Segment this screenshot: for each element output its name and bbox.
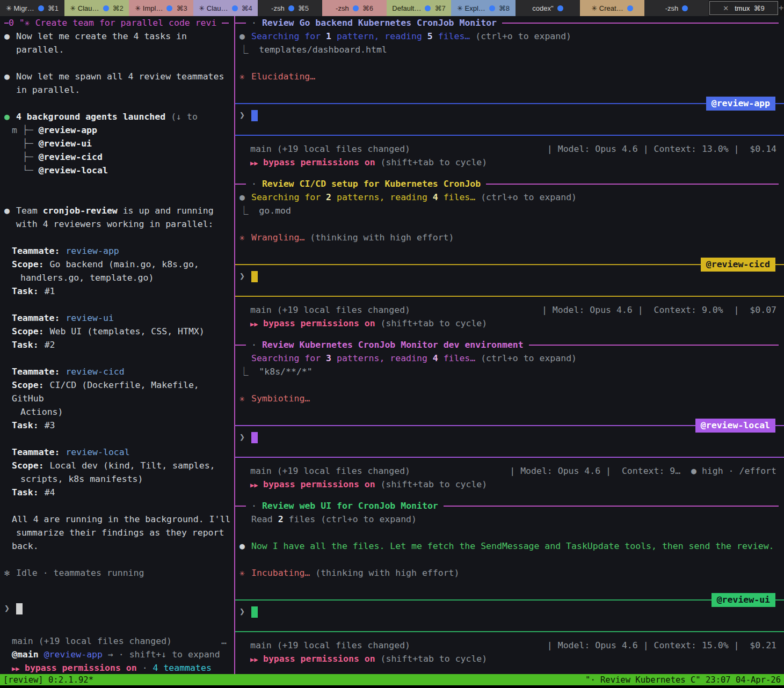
activity-dot-icon: [425, 5, 431, 11]
tab-expl[interactable]: ✳ Expl…⌘8: [451, 0, 516, 16]
scope-row: Scope:Go backend (main.go, k8s.go,: [0, 258, 234, 271]
tab-default[interactable]: Default…⌘7: [387, 0, 451, 16]
main-pane-status: main (+19 local files changed)… @main@re…: [0, 628, 234, 674]
pane-border-dash: [235, 23, 246, 24]
teammate-name: review-local: [66, 447, 129, 457]
agent-pane-review-local: ·Review Kubernetes CronJob Monitor dev e…: [235, 338, 784, 499]
tmux-terminal-window: ✳ Migr…⌘1 ✳ Clau…⌘2 ✳ Impl…⌘3 ✳ Clau…⌘4 …: [0, 0, 784, 688]
pane-border-dash: [235, 506, 246, 507]
activity-dot-icon: [682, 5, 688, 11]
pane-status: main (+19 local files changed)| Model: O…: [235, 297, 784, 330]
task-row: Task:#2: [0, 338, 234, 352]
model-status-line: main (+19 local files changed)| Model: O…: [235, 639, 784, 652]
prompt-icon: ❯: [239, 606, 251, 617]
tmux-status-bar: [review] 0:2.1.92* "· Review Kubernetes …: [0, 674, 784, 685]
spinner-icon: ✳: [239, 566, 251, 580]
tab-tmux-active[interactable]: ✕tmux⌘9: [709, 1, 778, 15]
tab-zsh-11[interactable]: -zsh: [644, 0, 709, 16]
tab-bar: ✳ Migr…⌘1 ✳ Clau…⌘2 ✳ Impl…⌘3 ✳ Clau…⌘4 …: [0, 0, 784, 16]
permissions-mode-line: ▶▶bypass permissions on (shift+tab to cy…: [235, 652, 784, 665]
bullet-icon: ●: [4, 30, 16, 43]
agent-prompt-input-review-local[interactable]: @review-local❯: [235, 425, 784, 458]
activity-line: ●Searching for 2 patterns, reading 4 fil…: [235, 191, 784, 204]
teammate-name: review-cicd: [66, 367, 124, 377]
activity-line: Searching for 3 patterns, reading 4 file…: [235, 352, 784, 365]
thinking-line: ✳Symbioting…: [235, 392, 784, 405]
pane-border-line: [222, 23, 229, 24]
prompt-icon: ❯: [239, 432, 251, 442]
pane-badge-review-ui: @review-ui: [712, 593, 775, 607]
activity-dot-icon: [489, 5, 495, 11]
new-tab-button[interactable]: +: [779, 0, 784, 16]
activity-line: Read 2 files (ctrl+o to expand): [235, 513, 784, 526]
file-result-line: ⎿ "k8s/**/*": [235, 365, 784, 378]
scope-row: GitHub: [0, 392, 234, 405]
thinking-line: ✳Wrangling… (thinking with high effort): [235, 231, 784, 244]
agent-prompt-input-review-app[interactable]: @review-app❯: [235, 103, 784, 136]
text-cursor: [251, 110, 258, 121]
agent-name: @review-app: [39, 125, 97, 135]
bullet-icon: ●: [239, 30, 251, 43]
activity-dot-icon: [166, 5, 172, 11]
tab-impl[interactable]: ✳ Impl…⌘3: [129, 0, 193, 16]
message-line: ●Now let me create the 4 tasks in: [0, 30, 234, 43]
bullet-icon: ●: [239, 539, 251, 553]
permissions-mode-line: ▶▶bypass permissions on·4 teammates: [0, 661, 234, 674]
active-agent-name: @review-app: [44, 649, 103, 660]
text-cursor: [251, 271, 258, 282]
tab-claude-2[interactable]: ✳ Clau…⌘2: [64, 0, 129, 16]
task-row: Task:#3: [0, 419, 234, 432]
agent-name: @review-local: [39, 165, 108, 175]
message-line: in parallel.: [0, 83, 234, 97]
double-arrow-icon: ▶▶: [250, 653, 263, 665]
double-arrow-icon: ▶▶: [250, 318, 263, 330]
spinner-icon: ✳: [239, 231, 251, 244]
thinking-line: ✳Elucidating…: [235, 70, 784, 83]
close-icon[interactable]: ✕: [723, 4, 729, 12]
pane-title: ·Review CI/CD setup for Kubernetes CronJ…: [235, 177, 784, 191]
divider: [0, 298, 234, 311]
tab-codex[interactable]: codex": [516, 0, 580, 16]
closing-line: summarize their findings as they report: [0, 526, 234, 539]
main-agent-pane: 0 "✳ Create team for parallel code revi …: [0, 16, 235, 674]
pane-title: ·Review Go backend Kubernetes CronJob Mo…: [235, 16, 784, 30]
team-status-line: with 4 reviewers working in parallel:: [0, 217, 234, 231]
pane-border-dash: [235, 345, 246, 346]
bullet-icon: ●: [239, 191, 251, 204]
bullet-icon: ●: [4, 70, 16, 83]
spinner-icon: ✳: [239, 70, 251, 83]
agent-prompt-input-review-ui[interactable]: @review-ui❯: [235, 599, 784, 632]
scope-row: Scope:Web UI (templates, CSS, HTMX): [0, 325, 234, 338]
main-prompt-input[interactable]: ❯: [0, 597, 234, 628]
tree-branch-icon: ├─: [23, 152, 39, 162]
pane-border-dash: [4, 23, 9, 24]
activity-dot-icon: [353, 5, 359, 11]
tab-migr[interactable]: ✳ Migr…⌘1: [0, 0, 64, 16]
pane-title-main: 0 "✳ Create team for parallel code revi: [0, 16, 234, 30]
teammate-row: Teammate:review-cicd: [0, 365, 234, 378]
agent-tree-row: ├─ @review-cicd: [0, 150, 234, 164]
pane-border-dash: [235, 184, 246, 185]
tab-zsh-5[interactable]: -zsh⌘5: [258, 0, 322, 16]
prompt-icon: ❯: [239, 271, 251, 281]
file-result-line: ⎿ templates/dashboard.html: [235, 43, 784, 56]
tab-claude-4[interactable]: ✳ Clau…⌘4: [193, 0, 258, 16]
text-cursor: [251, 432, 258, 443]
pane-badge-review-cicd: @review-cicd: [701, 258, 775, 272]
agent-tree-row: └─ @review-local: [0, 164, 234, 177]
prompt-icon: ❯: [239, 110, 251, 120]
teammate-row: Teammate:review-app: [0, 244, 234, 258]
tab-creat[interactable]: ✳ Creat…: [580, 0, 644, 16]
agents-launched-line: ●4 background agents launched(↓ to: [0, 110, 234, 123]
agent-prompt-input-review-cicd[interactable]: @review-cicd❯: [235, 264, 784, 297]
double-arrow-icon: ▶▶: [12, 662, 25, 674]
divider: [0, 352, 234, 365]
pane-border-line: [444, 506, 779, 507]
pane-border-line: [529, 345, 779, 346]
tab-zsh-6[interactable]: -zsh⌘6: [322, 0, 387, 16]
text-cursor: [251, 606, 258, 618]
model-status-line: main (+19 local files changed)| Model: O…: [235, 142, 784, 156]
pane-badge-review-local: @review-local: [695, 419, 775, 433]
pane-status: main (+19 local files changed)| Model: O…: [235, 136, 784, 169]
double-arrow-icon: ▶▶: [250, 479, 263, 491]
